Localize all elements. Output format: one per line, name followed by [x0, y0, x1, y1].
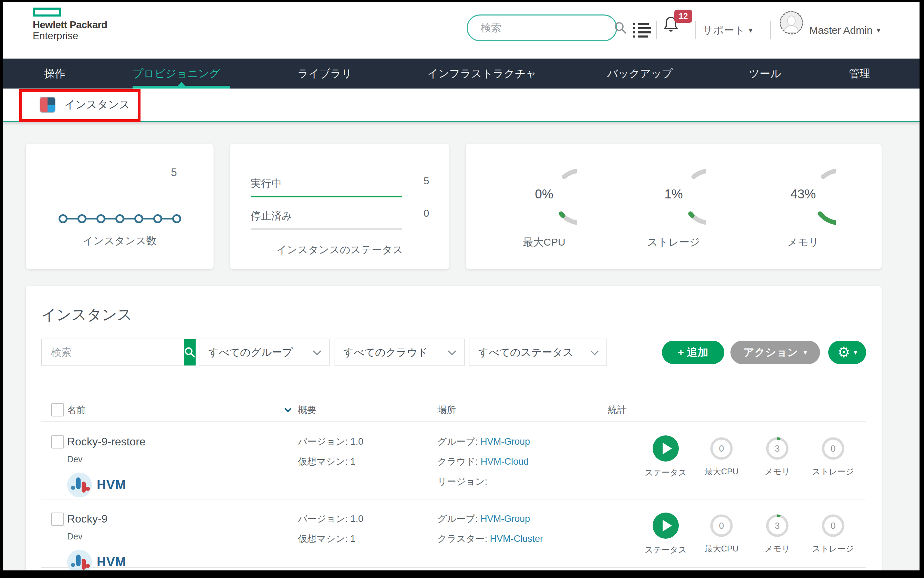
settings-button[interactable]: ⚙ ▾: [828, 341, 866, 364]
hvm-logo: HVM: [67, 472, 298, 497]
storage-gauge: 1%: [641, 161, 706, 226]
cpu-gauge-wrap: 0% 最大CPU: [489, 161, 599, 270]
table-row: Rocky-9-restore Dev HVM: [41, 422, 866, 499]
table-row: Rocky-9 Dev HVM: [41, 499, 866, 568]
summary-label: 仮想マシン:: [298, 456, 347, 467]
hpe-logo-line2: Enterprise: [33, 31, 107, 41]
list-icon: [633, 22, 651, 39]
cloud-link[interactable]: HVM-Cloud: [481, 456, 529, 467]
instance-status-card: 実行中 5 停止済み 0 インスタンスのステータス: [230, 144, 449, 270]
memory-label: メモリ: [787, 235, 819, 249]
group-link[interactable]: HVM-Group: [480, 437, 530, 447]
location-label: グループ:: [438, 437, 478, 447]
main-nav: 操作 プロビジョニング ライブラリ インフラストラクチャ バックアップ ツール …: [3, 58, 919, 89]
group-filter-select[interactable]: すべてのグループ: [199, 339, 329, 366]
user-menu[interactable]: Master Admin ▾: [809, 2, 880, 58]
instance-name-link[interactable]: Rocky-9: [67, 513, 298, 525]
nav-operations[interactable]: 操作: [44, 58, 65, 89]
actions-button[interactable]: アクション ▾: [731, 341, 820, 364]
nav-admin[interactable]: 管理: [849, 58, 870, 89]
memory-gauge-wrap: 43% メモリ: [748, 161, 858, 270]
cloud-filter-select[interactable]: すべてのクラウド: [334, 339, 465, 366]
user-name: Master Admin: [809, 24, 872, 36]
top-header: Hewlett Packard Enterprise: [3, 2, 919, 58]
select-all-checkbox[interactable]: [51, 403, 64, 416]
storage-value: 1%: [641, 187, 706, 201]
status-running-icon[interactable]: [653, 513, 679, 539]
activity-log-button[interactable]: [633, 2, 651, 58]
column-stats[interactable]: 統計: [608, 404, 866, 416]
summary-label: 仮想マシン:: [298, 534, 347, 544]
nav-tools[interactable]: ツール: [749, 58, 781, 89]
max-cpu-ring: 0: [710, 513, 734, 538]
instance-count-sparkline: [56, 208, 183, 229]
sort-descending-icon[interactable]: [284, 406, 291, 412]
memory-value: 43%: [770, 187, 836, 201]
hvm-logo-icon: [67, 550, 92, 575]
memory-ring-label: メモリ: [765, 466, 790, 477]
gear-icon: ⚙: [837, 345, 850, 360]
play-icon: [663, 443, 672, 455]
global-search-input[interactable]: [468, 22, 614, 34]
search-icon: [184, 346, 196, 358]
instance-name-link[interactable]: Rocky-9-restore: [67, 435, 298, 448]
notifications-button[interactable]: 12: [661, 15, 694, 46]
user-avatar[interactable]: [780, 11, 803, 34]
header-divider: [656, 21, 657, 39]
instance-count-label: インスタンス数: [26, 234, 214, 248]
memory-ring-label: メモリ: [765, 543, 790, 554]
storage-ring-label: ストレージ: [812, 543, 854, 554]
max-cpu-ring-label: 最大CPU: [705, 466, 739, 477]
table-header: 名前 概要 場所 統計: [41, 399, 866, 422]
subnav-instances-label: インスタンス: [65, 97, 130, 112]
content-area: 5 インスタンス数 実行中 5: [3, 122, 919, 570]
summary-label: バージョン:: [298, 513, 348, 524]
group-link[interactable]: HVM-Group: [480, 513, 530, 524]
hpe-logo-line1: Hewlett Packard: [33, 19, 107, 31]
status-stopped-row: 停止済み: [251, 209, 402, 230]
search-icon: [614, 21, 627, 35]
status-filter-select[interactable]: すべてのステータス: [469, 339, 607, 366]
max-cpu-label: 最大CPU: [523, 235, 565, 249]
sub-nav: インスタンス: [3, 89, 919, 122]
status-label: ステータス: [645, 467, 687, 478]
row-checkbox[interactable]: [51, 513, 64, 526]
nav-provisioning[interactable]: プロビジョニング: [133, 58, 220, 89]
table-search[interactable]: [41, 339, 195, 366]
subnav-instances[interactable]: インスタンス: [40, 89, 130, 121]
hvm-logo-icon: [67, 472, 92, 497]
page-title: インスタンス: [41, 305, 866, 325]
max-cpu-value: 0%: [511, 187, 577, 201]
chevron-down-icon: ▾: [877, 26, 880, 35]
column-name[interactable]: 名前: [67, 404, 86, 416]
cluster-link[interactable]: HVM-Cluster: [490, 534, 543, 544]
chevron-down-icon: [313, 347, 321, 355]
summary-value: 1.0: [350, 513, 364, 524]
location-label: クラスター:: [438, 534, 487, 544]
actions-label: アクション: [744, 345, 798, 360]
max-cpu-gauge: 0%: [511, 161, 577, 226]
storage-ring: 0: [821, 513, 845, 538]
global-search[interactable]: [467, 15, 617, 41]
add-button[interactable]: + 追加: [662, 341, 724, 364]
storage-ring-label: ストレージ: [812, 466, 854, 477]
support-menu[interactable]: サポート ▾: [703, 2, 752, 58]
instance-env: Dev: [67, 531, 298, 541]
column-location[interactable]: 場所: [438, 404, 608, 416]
status-running-icon[interactable]: [653, 435, 679, 461]
table-search-input[interactable]: [42, 339, 184, 365]
memory-ring-value: 3: [765, 443, 789, 454]
table-search-button[interactable]: [184, 339, 196, 365]
storage-ring-value: 0: [821, 521, 845, 531]
max-cpu-ring: 0: [710, 437, 734, 461]
nav-library[interactable]: ライブラリ: [298, 58, 352, 89]
nav-infrastructure[interactable]: インフラストラクチャ: [427, 58, 537, 89]
nav-backup[interactable]: バックアップ: [607, 58, 673, 89]
summary-value: 1: [350, 534, 355, 544]
instances-panel: インスタンス すべてのグループ すべてのクラウド: [26, 286, 882, 570]
row-checkbox[interactable]: [51, 435, 64, 448]
stopped-value: 0: [416, 208, 437, 219]
summary-value: 1.0: [350, 437, 364, 447]
hpe-logo-mark: [33, 8, 61, 16]
column-summary[interactable]: 概要: [298, 404, 438, 416]
